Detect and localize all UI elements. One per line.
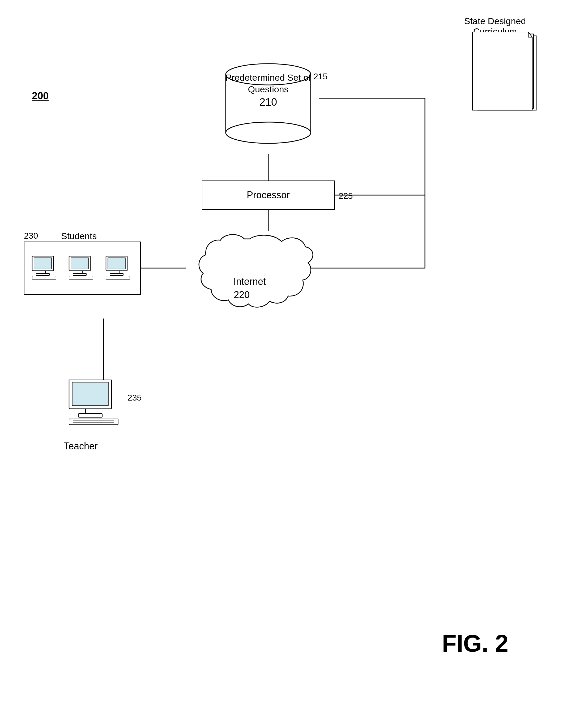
teacher-label: Teacher	[64, 440, 98, 452]
svg-marker-12	[472, 32, 532, 110]
svg-rect-28	[114, 271, 119, 273]
student-computer-1	[31, 256, 60, 280]
svg-rect-25	[69, 276, 93, 279]
svg-rect-17	[34, 258, 51, 269]
student-computer-3	[105, 256, 134, 280]
svg-rect-20	[32, 276, 56, 279]
svg-rect-19	[36, 273, 49, 276]
svg-rect-22	[71, 258, 88, 269]
label-235: 235	[128, 393, 142, 403]
label-225: 225	[338, 191, 353, 201]
database-label: Predetermined Set of Questions 210	[218, 72, 319, 109]
svg-rect-24	[73, 273, 86, 276]
svg-rect-30	[106, 276, 130, 279]
figure-label: FIG. 2	[442, 630, 508, 657]
svg-point-14	[226, 122, 311, 143]
svg-rect-35	[69, 419, 118, 425]
svg-rect-27	[108, 258, 125, 269]
svg-rect-29	[110, 273, 123, 276]
svg-rect-33	[86, 409, 95, 414]
student-computers-group	[24, 242, 141, 295]
label-230: 230	[24, 231, 38, 241]
svg-rect-18	[40, 271, 45, 273]
svg-rect-34	[78, 414, 102, 417]
svg-rect-23	[77, 271, 82, 273]
teacher-computer	[66, 380, 125, 434]
processor-box: Processor	[202, 181, 335, 210]
students-label: Students	[61, 231, 97, 241]
diagram-number: 200	[32, 90, 49, 102]
student-computer-2	[68, 256, 97, 280]
curriculum-pages-icon	[471, 32, 545, 123]
internet-label: Internet	[223, 276, 276, 287]
svg-rect-32	[72, 382, 108, 406]
internet-number: 220	[234, 289, 250, 300]
